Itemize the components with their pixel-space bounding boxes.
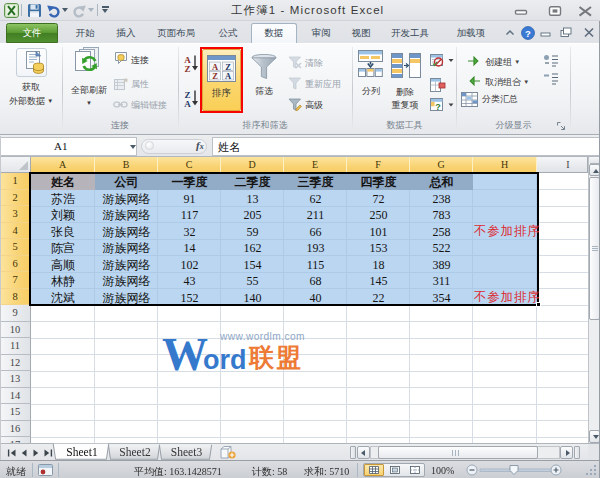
svg-text:?: ? [435, 102, 441, 112]
svg-text:?: ? [525, 28, 531, 39]
svg-text:A: A [184, 99, 191, 108]
svg-text:Z: Z [184, 64, 190, 73]
